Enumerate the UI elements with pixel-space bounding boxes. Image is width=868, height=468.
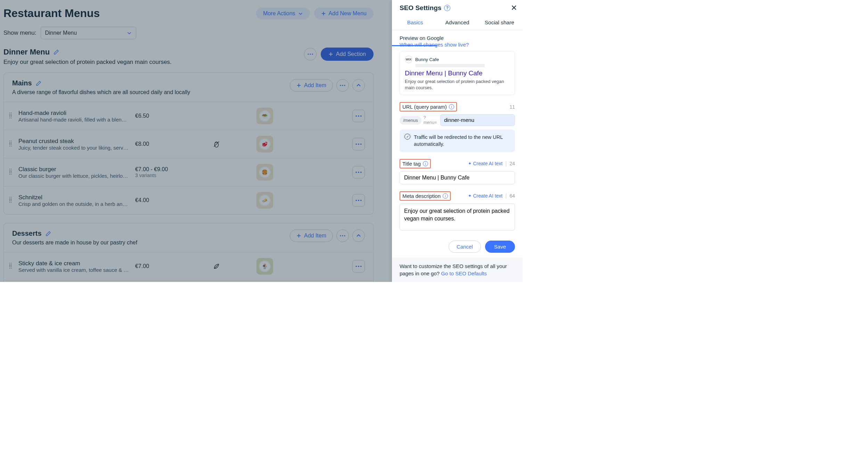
add-section-button[interactable]: Add Section — [321, 48, 374, 61]
item-more-button[interactable] — [352, 138, 365, 150]
tab-basics[interactable]: Basics — [394, 15, 436, 30]
menu-item-row[interactable]: ⠿⠿ Hand-made ravioli Artisanal hand-made… — [4, 102, 373, 130]
menu-item-row[interactable]: ⠿⠿ Schnitzel Crisp and golden on the out… — [4, 186, 373, 214]
svg-point-13 — [358, 116, 359, 117]
dots-icon — [355, 143, 362, 145]
item-more-button[interactable] — [352, 166, 365, 178]
menu-header: Dinner Menu Enjoy our great selection of… — [3, 48, 374, 66]
svg-point-28 — [340, 235, 341, 236]
svg-point-22 — [360, 172, 361, 173]
preview-label: Preview on Google — [400, 35, 515, 41]
add-item-button[interactable]: Add Item — [290, 229, 333, 242]
url-slug-input[interactable] — [440, 114, 515, 126]
preview-help-link[interactable]: When will changes show live? — [400, 42, 515, 48]
more-actions-label: More Actions — [263, 10, 295, 17]
menu-item-row[interactable]: ⠿⠿ Classic cheesecake 🍰 — [4, 280, 373, 282]
title-tag-input[interactable] — [400, 171, 515, 184]
title-char-count: 24 — [509, 161, 515, 166]
add-item-label: Add Item — [304, 82, 326, 89]
item-description: Served with vanilla ice cream, toffee sa… — [18, 267, 130, 273]
meta-create-ai-button[interactable]: Create AI text — [468, 193, 502, 199]
drag-handle-icon[interactable]: ⠿⠿ — [9, 142, 13, 147]
close-icon[interactable]: ✕ — [511, 3, 517, 12]
svg-point-29 — [342, 235, 343, 236]
menu-item-row[interactable]: ⠿⠿ Peanut crusted steak Juicy, tender st… — [4, 130, 373, 158]
dots-icon — [355, 115, 362, 117]
svg-point-3 — [310, 54, 311, 55]
menu-item-row[interactable]: ⠿⠿ Classic burger Our classic burger wit… — [4, 158, 373, 186]
chevron-up-icon — [356, 233, 361, 239]
menu-section: Desserts Our desserts are made in house … — [3, 223, 374, 282]
item-variants: 3 variants — [135, 173, 177, 178]
seo-panel: SEO Settings ? ✕ Basics Advanced Social … — [392, 0, 523, 282]
svg-point-33 — [360, 266, 361, 267]
tab-advanced[interactable]: Advanced — [436, 15, 478, 30]
drag-handle-icon[interactable]: ⠿⠿ — [9, 264, 13, 269]
show-menu-row: Show menu: Dinner Menu — [3, 27, 374, 39]
item-price: €4.00 — [135, 197, 177, 203]
svg-point-10 — [342, 85, 343, 86]
plus-icon — [328, 52, 333, 57]
url-char-count: 11 — [509, 104, 515, 110]
panel-footer: Cancel Save — [392, 235, 523, 258]
main-content: Restaurant Menus More Actions Add New Me… — [0, 0, 377, 282]
plus-icon — [296, 233, 301, 238]
section-title: Desserts — [12, 229, 42, 237]
help-icon[interactable]: ? — [444, 5, 450, 11]
section-more-button[interactable] — [336, 229, 349, 242]
item-thumbnail: 🥗 — [256, 108, 273, 124]
preview-description: Enjoy our great selection of protein pac… — [405, 78, 510, 91]
menu-select[interactable]: Dinner Menu — [41, 27, 136, 39]
save-button[interactable]: Save — [485, 241, 515, 253]
svg-point-32 — [358, 266, 359, 267]
item-price: €7.00 - €9.00 — [135, 166, 177, 173]
cancel-button[interactable]: Cancel — [449, 241, 481, 253]
title-tag-field: Title tag i Create AI text | 24 — [400, 159, 515, 184]
item-diet — [182, 262, 251, 270]
svg-point-2 — [308, 54, 309, 55]
collapse-section-button[interactable] — [352, 229, 365, 242]
drag-handle-icon[interactable]: ⠿⠿ — [9, 114, 13, 118]
add-section-label: Add Section — [336, 51, 366, 57]
menu-item-row[interactable]: ⠿⠿ Sticky date & ice cream Served with v… — [4, 252, 373, 280]
svg-point-12 — [356, 116, 357, 117]
show-menu-label: Show menu: — [3, 30, 36, 36]
add-item-button[interactable]: Add Item — [290, 79, 333, 92]
info-icon[interactable]: i — [423, 161, 428, 166]
add-item-label: Add Item — [304, 233, 326, 239]
title-tag-label: Title tag — [402, 161, 421, 167]
item-name: Peanut crusted steak — [18, 138, 130, 145]
title-create-ai-button[interactable]: Create AI text — [468, 161, 502, 166]
item-more-button[interactable] — [352, 260, 365, 273]
info-icon[interactable]: i — [443, 193, 448, 199]
collapse-section-button[interactable] — [352, 79, 365, 92]
nut-free-icon — [213, 140, 220, 148]
preview-url-placeholder — [415, 64, 485, 67]
meta-description-input[interactable]: Enjoy our great selection of protein pac… — [400, 203, 515, 231]
chevron-up-icon — [356, 83, 361, 88]
tab-social-share[interactable]: Social share — [478, 15, 521, 30]
section-more-button[interactable] — [336, 79, 349, 92]
item-more-button[interactable] — [352, 110, 365, 122]
panel-title: SEO Settings — [400, 4, 441, 12]
edit-icon[interactable] — [35, 80, 42, 86]
url-label: URL (query param) — [402, 104, 447, 110]
dots-icon — [355, 200, 362, 201]
info-icon[interactable]: i — [449, 104, 454, 109]
edit-icon[interactable] — [45, 231, 51, 237]
seo-defaults-link[interactable]: Go to SEO Defaults — [441, 270, 487, 276]
section-description: Our desserts are made in house by our pa… — [12, 240, 137, 246]
panel-header: SEO Settings ? ✕ — [392, 0, 523, 15]
url-param-label: ?menu= — [424, 115, 438, 125]
drag-handle-icon[interactable]: ⠿⠿ — [9, 198, 13, 203]
menu-more-button[interactable] — [304, 48, 317, 60]
panel-hint: Want to customize the SEO settings of al… — [392, 258, 523, 282]
meta-char-count: 64 — [509, 193, 515, 199]
edit-icon[interactable] — [53, 49, 59, 55]
item-more-button[interactable] — [352, 194, 365, 207]
drag-handle-icon[interactable]: ⠿⠿ — [9, 170, 13, 175]
item-diet — [182, 140, 251, 148]
add-new-menu-button[interactable]: Add New Menu — [314, 8, 374, 19]
section-title: Mains — [12, 79, 32, 87]
more-actions-button[interactable]: More Actions — [256, 8, 310, 19]
